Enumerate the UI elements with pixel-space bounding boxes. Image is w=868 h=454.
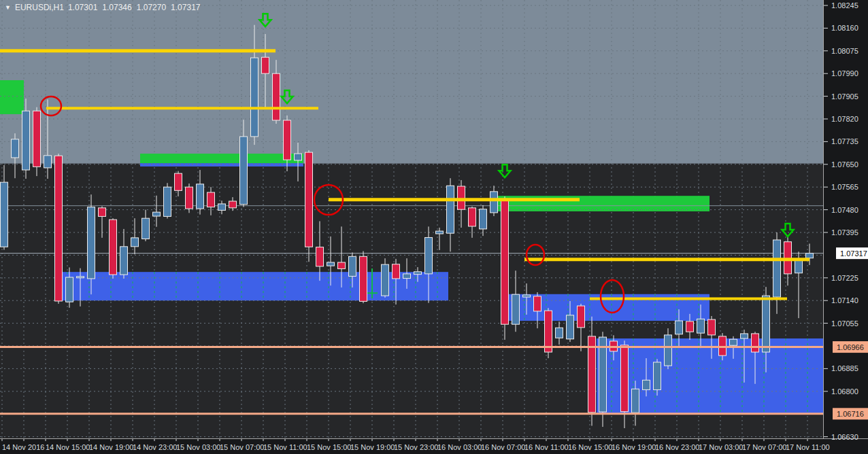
time-axis-label: 14 Nov 2016 [2, 443, 44, 451]
bull-candle [773, 240, 781, 297]
bear-candle [578, 306, 585, 328]
price-axis-label: 1.06630 [831, 433, 858, 441]
bull-candle [730, 339, 737, 345]
time-axis-label: 17 Nov 07:00 [742, 443, 786, 451]
alert-price-label: 1.06966 [837, 343, 864, 351]
time-axis-label: 14 Nov 15:00 [46, 443, 90, 451]
bear-candle [393, 264, 400, 279]
low-value: 1.07270 [137, 3, 166, 12]
demand-zone[interactable] [60, 272, 448, 300]
bull-candle [643, 380, 650, 389]
bull-candle [697, 319, 705, 333]
bull-candle [599, 337, 607, 412]
bull-candle [251, 58, 258, 137]
bull-candle [12, 139, 19, 158]
bull-candle [523, 295, 531, 297]
bull-candle [512, 294, 520, 324]
bull-candle [131, 238, 139, 247]
bear-candle [458, 186, 465, 209]
bear-candle [621, 345, 629, 412]
price-axis-label: 1.07735 [831, 137, 858, 145]
bull-candle [44, 156, 52, 168]
bull-candle [675, 321, 683, 334]
dropdown-arrow-icon[interactable]: ▼ [5, 3, 11, 12]
price-axis-label: 1.08160 [831, 24, 858, 32]
time-axis-label: 15 Nov 23:00 [394, 443, 438, 451]
price-axis-label: 1.07650 [831, 160, 858, 169]
bear-candle [110, 220, 117, 275]
bull-candle [295, 154, 302, 160]
alert-price-label: 1.06716 [837, 410, 864, 418]
price-axis-label: 1.07480 [831, 206, 858, 214]
bear-candle [469, 208, 476, 226]
price-axis-label: 1.07395 [831, 228, 858, 237]
bull-candle [480, 209, 487, 229]
bear-candle [708, 319, 716, 335]
bull-candle [88, 207, 95, 279]
close-value: 1.07317 [171, 3, 200, 12]
price-axis-label: 1.08075 [831, 47, 858, 55]
price-axis-label: 1.07820 [831, 115, 858, 123]
supply-zone[interactable] [140, 154, 303, 163]
bull-candle [120, 247, 128, 275]
time-axis-label: 15 Nov 11:00 [263, 443, 307, 451]
bull-candle [414, 272, 422, 275]
price-axis-label: 1.08245 [831, 1, 858, 10]
bull-candle [403, 274, 411, 279]
bear-candle [316, 247, 324, 266]
bull-candle [382, 264, 389, 296]
price-axis-label: 1.07140 [831, 296, 858, 304]
time-axis-label: 16 Nov 07:00 [481, 443, 525, 451]
time-axis-label: 14 Nov 23:00 [133, 443, 177, 451]
time-axis-label: 14 Nov 19:00 [89, 443, 133, 451]
bear-candle [55, 156, 63, 301]
bear-candle [534, 296, 541, 311]
bear-candle [186, 187, 193, 209]
price-axis-area[interactable] [823, 0, 868, 454]
upper-gray-band [0, 0, 823, 164]
bull-candle [66, 277, 73, 302]
bull-candle [240, 137, 248, 205]
high-value: 1.07346 [102, 3, 131, 12]
bull-candle [327, 262, 335, 266]
price-axis-label: 1.07055 [831, 319, 858, 328]
bull-candle [665, 335, 672, 366]
bear-candle [501, 200, 509, 324]
time-axis-label: 15 Nov 07:00 [220, 443, 264, 451]
bull-candle [218, 204, 226, 210]
bull-candle [425, 237, 433, 273]
bull-candle [632, 389, 639, 413]
bull-candle [197, 184, 204, 209]
bull-candle [490, 192, 498, 213]
bear-candle [262, 57, 269, 73]
price-axis-label: 1.07565 [831, 183, 858, 191]
time-axis-label: 15 Nov 19:00 [350, 443, 395, 451]
bull-candle [1, 182, 8, 247]
open-value: 1.07301 [68, 3, 97, 12]
demand-zone[interactable] [597, 338, 823, 413]
bear-candle [284, 120, 291, 160]
time-axis-label: 17 Nov 03:00 [699, 443, 743, 451]
bull-candle [806, 254, 814, 258]
price-axis-label: 1.06885 [831, 364, 858, 372]
mt4-chart-window: 1.082451.081601.080751.079901.079051.078… [0, 0, 868, 454]
bull-candle [654, 362, 661, 389]
zone-strip[interactable] [140, 163, 303, 167]
bull-candle [142, 218, 150, 239]
time-axis-label: 16 Nov 23:00 [655, 443, 699, 451]
symbol-period-label: EURUSDi,H1 [15, 3, 64, 12]
bull-candle [349, 256, 356, 276]
bear-candle [273, 73, 280, 120]
bear-candle [175, 173, 182, 190]
time-axis-label: 16 Nov 15:00 [568, 443, 612, 451]
bear-candle [360, 256, 367, 301]
current-price-label: 1.07317 [840, 249, 867, 258]
chart-canvas[interactable]: 1.082451.081601.080751.079901.079051.078… [0, 0, 868, 454]
time-axis-label: 16 Nov 19:00 [612, 443, 656, 451]
bull-candle [22, 111, 30, 170]
bull-candle [436, 231, 444, 234]
bull-candle [447, 186, 454, 233]
supply-zone[interactable] [0, 80, 24, 114]
bull-candle [741, 334, 748, 338]
price-axis-label: 1.07225 [831, 274, 858, 282]
